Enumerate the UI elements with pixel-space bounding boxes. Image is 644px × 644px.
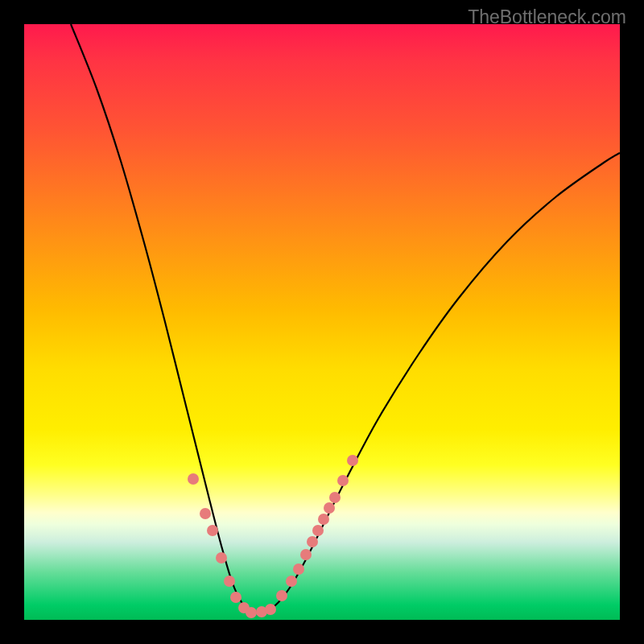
chart-container: TheBottleneck.com bbox=[0, 0, 644, 644]
data-marker bbox=[230, 592, 242, 603]
data-marker bbox=[276, 590, 287, 601]
data-marker bbox=[216, 552, 227, 564]
data-marker bbox=[337, 475, 349, 486]
data-marker bbox=[207, 525, 218, 536]
data-marker bbox=[347, 455, 358, 466]
data-marker bbox=[329, 492, 341, 503]
data-marker bbox=[224, 576, 235, 587]
data-marker bbox=[312, 525, 324, 536]
data-marker bbox=[188, 473, 199, 485]
data-marker bbox=[246, 607, 257, 618]
curve-path bbox=[71, 24, 620, 612]
data-marker bbox=[300, 549, 312, 560]
data-marker bbox=[265, 604, 276, 615]
curve-markers bbox=[188, 455, 358, 618]
bottleneck-curve bbox=[24, 24, 620, 620]
data-marker bbox=[286, 576, 297, 587]
data-marker bbox=[324, 502, 335, 514]
data-marker bbox=[200, 508, 211, 519]
plot-area bbox=[24, 24, 620, 620]
watermark-text: TheBottleneck.com bbox=[468, 6, 626, 28]
data-marker bbox=[293, 564, 304, 575]
data-marker bbox=[307, 536, 318, 547]
data-marker bbox=[318, 514, 329, 525]
